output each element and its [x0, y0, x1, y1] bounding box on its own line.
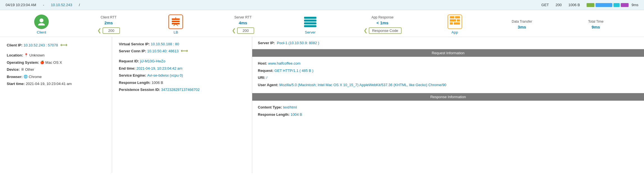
arrow-bidirectional-icon: ⟷ [181, 48, 188, 54]
request-value: GET HTTP/1.1 ( 485 B ) [274, 68, 313, 74]
timing-total: 9ms [631, 3, 638, 7]
app-response-value: < 1ms [376, 20, 388, 25]
slash: / [79, 3, 80, 7]
device-row: Device: 🖥 Other [7, 67, 105, 72]
client-ip-row: Client IP: 10.10.52.243 : 57078 ⟷ [7, 42, 105, 48]
lb-icon [168, 15, 183, 29]
response-length-value-server: 1004 B [291, 112, 302, 117]
app-response-label: App Response [371, 15, 393, 19]
start-time-label: Start time: [7, 81, 25, 87]
response-code-label: Response Code [372, 29, 398, 33]
server-label: Server [305, 30, 316, 34]
client-icon [34, 15, 49, 29]
server-rtt: Server RTT 4ms ❮ 200 [229, 15, 257, 34]
content-type-row: Content Type: text/html [258, 105, 638, 110]
total-time-label: Total Time [588, 20, 604, 23]
datetime: 04/19 10:23:04 AM [6, 3, 36, 7]
client-rtt-value: 2ms [105, 20, 113, 25]
timing-purple-segment [621, 3, 629, 7]
server-rtt-label: Server RTT [234, 15, 252, 19]
os-value: Mac OS X [45, 60, 62, 65]
end-time-value: 2021-04-19, 10:23:04:42 am [136, 66, 182, 71]
timing-green-segment [587, 3, 594, 7]
top-bar: 04/19 10:23:04 AM - 10.10.52.243 / GET 2… [0, 0, 644, 10]
client-node: Client [34, 15, 49, 34]
app-node: App [448, 15, 462, 34]
content-type-label: Content Type: [258, 105, 282, 110]
sc-ip-row: Server Conn IP: 10.10.50.40: 48613 ⟷ [119, 48, 245, 54]
request-row: Request: GET HTTP/1.1 ( 485 B ) [258, 68, 638, 74]
size: 1006 B [568, 3, 580, 7]
uri-label: URI: [258, 75, 265, 81]
server-rtt-value: 4ms [239, 20, 247, 25]
arrow-right-icon: ⟷ [60, 42, 68, 48]
svg-rect-2 [172, 21, 180, 22]
uri-row: URI: / [258, 75, 638, 81]
vs-ip-value: 10.10.50.188 : 80 [151, 42, 179, 46]
host-row: Host: www.halfcoffee.com [258, 61, 638, 66]
server-ip-value: Pool-1 (10.10.50.9: 8082 ) [277, 41, 319, 45]
vs-ip-row: Virtual Service IP: 10.10.50.188 : 80 [119, 42, 245, 46]
device-value: Other [25, 67, 34, 72]
client-ip-value: 10.10.52.243 : 57078 [24, 43, 58, 47]
req-id-row: Request ID: jiJ-M10G-HwZo [119, 58, 245, 64]
app-label: App [451, 30, 458, 34]
os-row: Operating System: 🍎 Mac OS X [7, 60, 105, 65]
response-length-value-mid: 1006 B [152, 80, 163, 86]
service-engine-label: Service Engine: [119, 73, 146, 78]
location-value: Unknown [29, 53, 45, 58]
lb-label: LB [173, 30, 178, 34]
content-type-value: text/html [283, 105, 297, 110]
start-time-value: 2021-04-19, 10:23:04:41 am [26, 81, 72, 87]
client-ip-label: Client IP: [7, 43, 22, 47]
timing-teal-segment [613, 3, 620, 7]
svg-point-0 [40, 18, 43, 22]
sc-ip-label: Server Conn IP: [119, 49, 146, 53]
response-length-label-mid: Response Length: [119, 80, 150, 86]
service-engine-value: Avi-se-bdwsx (vcpu 0) [147, 73, 183, 78]
location-row: Location: 📍 Unknown [7, 53, 105, 58]
req-id-label: Request ID: [119, 58, 139, 64]
status-code: 200 [556, 3, 562, 7]
flow-diagram: Client Client RTT 2ms ❮ 200 LB [0, 10, 644, 37]
client-ip-top: 10.10.52.243 [51, 3, 72, 7]
data-transfer-label: Data Transfer [512, 20, 532, 23]
server-node: Server [303, 15, 318, 34]
main-content: Client IP: 10.10.52.243 : 57078 ⟷ Locati… [0, 37, 644, 173]
persistence-value: 3472328297137466702 [161, 87, 200, 93]
client-rtt-label: Client RTT [101, 15, 117, 19]
timing-blue-segment [596, 3, 612, 7]
request-label: Request: [258, 68, 274, 74]
timing-bar: 9ms [587, 3, 638, 7]
response-info-header: Response Information [252, 93, 644, 101]
lb-node: LB [168, 15, 183, 34]
app-response: App Response < 1ms ❮ Response Code [363, 15, 402, 34]
vs-ip-label: Virtual Service IP: [119, 42, 150, 46]
browser-row: Browser: 🌐 Chrome [7, 74, 105, 80]
total-time-value: 9ms [592, 25, 600, 29]
method: GET [541, 3, 549, 7]
response-length-label-server: Response Length: [258, 112, 289, 117]
req-id-value: jiJ-M10G-HwZo [140, 58, 165, 64]
persistence-row: Persistence Session ID: 3472328297137466… [119, 87, 245, 93]
response-code-badge: Response Code [369, 27, 402, 34]
uri-value: / [266, 75, 267, 81]
device-label: Device: [7, 67, 20, 72]
total-time: Total Time 9ms [582, 20, 610, 29]
badge-200-right: 200 [237, 27, 254, 34]
server-ip-row: Server IP: Pool-1 (10.10.50.9: 8082 ) [252, 37, 644, 49]
client-panel: Client IP: 10.10.52.243 : 57078 ⟷ Locati… [0, 37, 112, 173]
request-info-header: Request Information [252, 49, 644, 57]
browser-label: Browser: [7, 74, 22, 80]
user-agent-row: User Agent: Mozilla/5.0 (Macintosh; Inte… [258, 82, 638, 88]
client-label: Client [37, 30, 46, 34]
app-icon [448, 15, 462, 29]
data-transfer: Data Transfer 3ms [508, 20, 536, 29]
server-panel: Server IP: Pool-1 (10.10.50.9: 8082 ) Re… [252, 37, 644, 173]
server-icon [303, 15, 318, 29]
start-time-row: Start time: 2021-04-19, 10:23:04:41 am [7, 81, 105, 87]
end-time-label: End time: [119, 66, 135, 71]
browser-value: Chrome [29, 74, 42, 80]
svg-rect-1 [172, 18, 180, 20]
end-time-row: End time: 2021-04-19, 10:23:04:42 am [119, 66, 245, 71]
